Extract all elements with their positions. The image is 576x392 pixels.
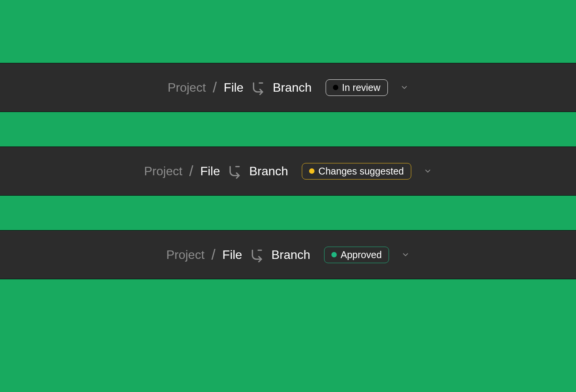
status-dot-icon [331,252,337,257]
breadcrumb-separator: / [213,79,217,96]
breadcrumb: Project / File Branch In review [167,79,408,96]
breadcrumb-branch[interactable]: Branch [271,248,310,262]
breadcrumb-file[interactable]: File [224,81,244,95]
breadcrumb-project[interactable]: Project [166,248,205,262]
branch-arrow-icon [250,80,266,95]
status-dot-icon [309,168,314,174]
branch-menu-trigger[interactable] [400,83,409,92]
chevron-down-icon [400,83,409,92]
status-label: In review [342,83,381,92]
branch-menu-trigger[interactable] [401,250,410,259]
branch-arrow-icon [227,163,242,179]
breadcrumb-branch[interactable]: Branch [273,81,311,95]
breadcrumb-separator: / [212,247,216,263]
review-status-pill[interactable]: Approved [324,247,389,263]
breadcrumb: Project / File Branch Approved [166,247,410,263]
breadcrumb-file[interactable]: File [222,248,242,262]
status-dot-icon [333,85,338,90]
breadcrumb-bar: Project / File Branch Approved [0,230,576,279]
breadcrumb-bar: Project / File Branch In review [0,63,576,112]
breadcrumb-project[interactable]: Project [167,81,206,95]
breadcrumb-project[interactable]: Project [144,164,182,178]
chevron-down-icon [424,167,432,175]
review-status-pill[interactable]: In review [326,79,388,96]
breadcrumb: Project / File Branch Changes suggested [144,163,432,180]
breadcrumb-separator: / [189,163,194,180]
branch-menu-trigger[interactable] [424,167,432,175]
breadcrumb-bar: Project / File Branch Changes suggested [0,147,576,196]
review-status-pill[interactable]: Changes suggested [302,163,411,180]
status-label: Approved [341,250,382,260]
chevron-down-icon [401,250,410,259]
status-label: Changes suggested [318,166,404,176]
breadcrumb-branch[interactable]: Branch [249,164,288,178]
breadcrumb-file[interactable]: File [200,164,220,178]
branch-arrow-icon [249,247,265,262]
